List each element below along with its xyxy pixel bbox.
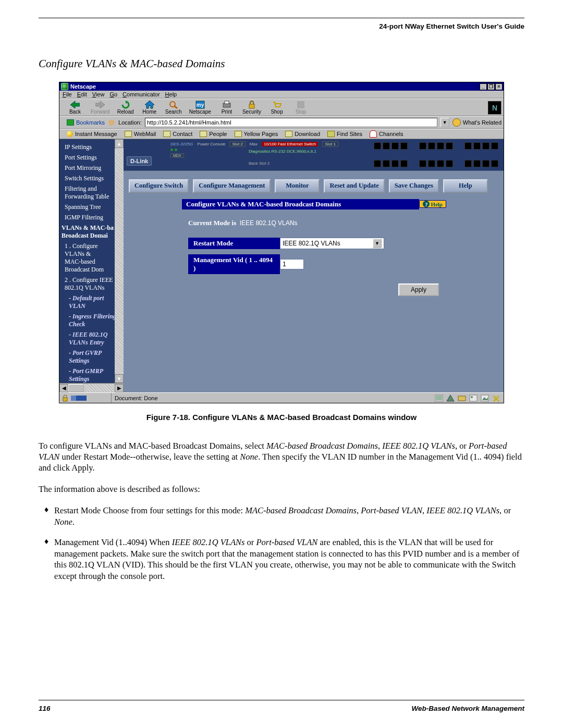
- pt-contact[interactable]: Contact: [163, 131, 192, 137]
- location-input[interactable]: [145, 118, 437, 127]
- security-label: Security: [242, 109, 261, 115]
- sidebar-subitem[interactable]: - Default port VLAN: [65, 294, 123, 310]
- sidebar-item[interactable]: IGMP Filtering: [65, 214, 123, 221]
- tray-icon[interactable]: [469, 394, 478, 402]
- config-title: Configure VLANs & MAC-based Broadcast Do…: [182, 199, 419, 209]
- scrollbar-down-button[interactable]: ▼: [115, 374, 124, 383]
- svg-point-4: [170, 102, 175, 107]
- reload-icon: [120, 101, 131, 109]
- netscape-button[interactable]: my Netscape: [189, 101, 211, 115]
- hscroll-left[interactable]: ◀: [59, 384, 68, 392]
- folder-icon: [163, 131, 170, 137]
- sidebar-item[interactable]: Spanning Tree: [65, 203, 123, 211]
- sidebar-subitem[interactable]: - IEEE 802.1Q VLANs Entry: [65, 331, 123, 347]
- pt-people[interactable]: People: [200, 131, 227, 137]
- panel-help-button[interactable]: Help: [419, 200, 446, 208]
- panel-help-label: Help: [431, 201, 443, 207]
- close-button[interactable]: ×: [495, 83, 503, 90]
- restart-mode-select[interactable]: IEEE 802.1Q VLANs ▼: [280, 238, 384, 249]
- sidebar-item[interactable]: IP Settings: [65, 143, 123, 151]
- pt-webmail[interactable]: WebMail: [125, 131, 156, 137]
- menu-communicator[interactable]: Communicator: [123, 91, 160, 97]
- component-tray: [432, 394, 504, 402]
- pt-yellowpages[interactable]: Yellow Pages: [235, 131, 278, 137]
- sidebar-subitem[interactable]: - Port GMRP Settings: [65, 367, 123, 383]
- sidebar-group-header[interactable]: VLANs & MAC-ba Broadcast Domai: [62, 224, 123, 240]
- menu-go[interactable]: Go: [109, 91, 117, 97]
- search-button[interactable]: Search: [165, 101, 182, 115]
- pt-instant-message[interactable]: Instant Message: [67, 131, 117, 137]
- sidebar-item[interactable]: Port Settings: [65, 154, 123, 162]
- home-icon: [144, 101, 155, 109]
- svg-marker-3: [145, 101, 154, 108]
- mgmt-vid-input[interactable]: [280, 259, 304, 269]
- bullet-1: ♦ Restart Mode Choose from four settings…: [39, 505, 524, 527]
- sidebar-item[interactable]: Switch Settings: [65, 175, 123, 182]
- pt-download[interactable]: Download: [285, 131, 320, 137]
- apply-button[interactable]: Apply: [398, 283, 439, 296]
- menu-view[interactable]: View: [92, 91, 105, 97]
- personal-toolbar: Instant Message WebMail Contact People Y…: [59, 129, 504, 139]
- tray-icon[interactable]: [492, 394, 500, 402]
- menu-file[interactable]: File: [63, 91, 72, 97]
- status-security-section[interactable]: [59, 393, 112, 403]
- shop-label: Shop: [271, 109, 283, 115]
- print-button[interactable]: Print: [218, 101, 235, 115]
- monitor-button[interactable]: Monitor: [275, 179, 320, 193]
- sidebar-item[interactable]: Filtering and Forwarding Table: [65, 185, 123, 201]
- netscape-screenshot: Netscape _ ❐ × File Edit View Go Communi…: [59, 82, 504, 403]
- pt-label: Channels: [379, 131, 403, 137]
- menu-edit[interactable]: Edit: [77, 91, 87, 97]
- maximize-button[interactable]: ❐: [487, 83, 495, 90]
- sidebar-subitem[interactable]: - Port GVRP Settings: [65, 349, 123, 365]
- pt-channels[interactable]: Channels: [370, 130, 403, 138]
- h-scrollbar: ◀ ▶: [59, 383, 124, 392]
- back-button[interactable]: Back: [67, 101, 83, 115]
- scrollbar-up-button[interactable]: ▲: [115, 139, 124, 148]
- svg-point-22: [471, 396, 473, 398]
- menu-help[interactable]: Help: [165, 91, 177, 97]
- hscroll-right[interactable]: ▶: [115, 384, 124, 392]
- nav-toolbar: Back Forward Reload Home: [59, 98, 504, 116]
- current-mode-label: Current Mode is: [188, 219, 236, 227]
- bookmarks-button[interactable]: Bookmarks: [67, 119, 105, 126]
- tray-icon[interactable]: [458, 394, 466, 402]
- security-button[interactable]: Security: [242, 101, 261, 115]
- svg-rect-21: [470, 395, 477, 401]
- reset-update-button[interactable]: Reset and Update: [324, 179, 384, 193]
- whats-related-button[interactable]: What's Related: [452, 118, 501, 127]
- reload-button[interactable]: Reload: [117, 101, 134, 115]
- tray-icon[interactable]: [481, 394, 489, 402]
- pt-label: Find Sites: [337, 131, 362, 137]
- pt-findsites[interactable]: Find Sites: [327, 131, 362, 137]
- figure-caption: Figure 7-18. Configure VLANs & MAC-based…: [39, 413, 524, 422]
- print-label: Print: [222, 109, 232, 115]
- sidebar-subitem[interactable]: - Ingress Filtering Check: [65, 313, 123, 328]
- sidebar-item[interactable]: 1 . Configure VLANs & MAC-based Broadcas…: [65, 242, 123, 274]
- netscape-label: Netscape: [189, 109, 211, 115]
- hscroll-thumb[interactable]: [68, 384, 84, 392]
- shop-button[interactable]: Shop: [268, 101, 285, 115]
- para-1: To configure VLANs and MAC-based Broadca…: [39, 440, 524, 473]
- back-label: Back: [69, 109, 81, 115]
- minimize-button[interactable]: _: [480, 83, 487, 90]
- sidebar-item[interactable]: Port Mirroring: [65, 164, 123, 172]
- channels-icon: [370, 130, 377, 138]
- tray-icon[interactable]: [446, 394, 455, 402]
- help-button[interactable]: Help: [443, 179, 488, 193]
- back-arrow-icon: [70, 101, 80, 109]
- location-dropdown-arrow[interactable]: ▼: [440, 118, 449, 127]
- save-changes-button[interactable]: Save Changes: [389, 179, 439, 193]
- tray-icon[interactable]: [435, 394, 443, 402]
- pt-label: People: [209, 131, 227, 137]
- sidebar-item[interactable]: 2 . Configure IEEE 802.1Q VLANs: [65, 276, 123, 292]
- home-button[interactable]: Home: [141, 101, 158, 115]
- hscroll-track[interactable]: [84, 384, 115, 392]
- pt-label: Yellow Pages: [244, 131, 278, 137]
- window-title-bar: Netscape _ ❐ ×: [59, 82, 504, 91]
- scrollbar-track[interactable]: [115, 148, 124, 374]
- configure-switch-button[interactable]: Configure Switch: [129, 179, 189, 193]
- svg-rect-15: [435, 394, 443, 402]
- throbber-icon: N: [488, 101, 501, 115]
- configure-management-button[interactable]: Configure Management: [193, 179, 271, 193]
